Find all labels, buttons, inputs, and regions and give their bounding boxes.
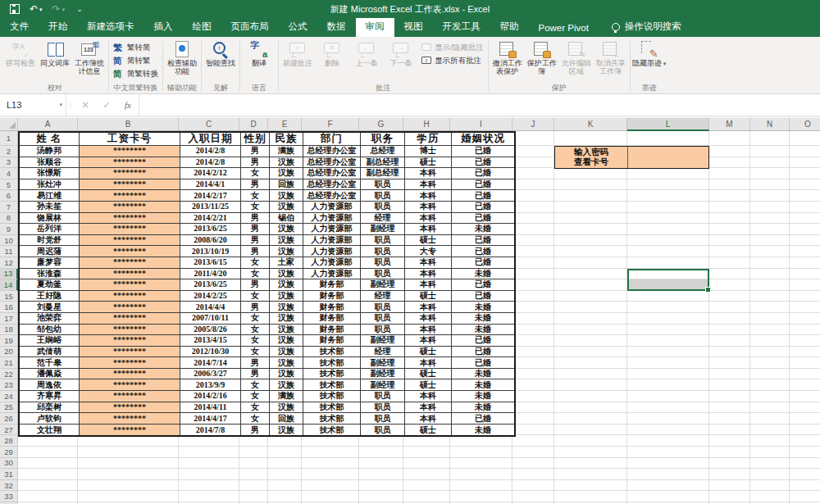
table-cell[interactable]: 2012/10/30 — [180, 347, 241, 358]
table-cell[interactable]: 廉梦容 — [20, 257, 80, 269]
fill-handle[interactable] — [705, 287, 711, 293]
table-cell[interactable]: ******** — [80, 335, 180, 347]
grid-cell[interactable] — [403, 447, 450, 458]
formula-input[interactable] — [139, 94, 820, 116]
table-header-cell[interactable]: 婚姻状况 — [452, 133, 514, 146]
table-cell[interactable]: 汉族 — [270, 379, 303, 391]
table-cell[interactable]: 汉族 — [270, 335, 303, 347]
grid-cell[interactable] — [627, 179, 709, 191]
grid-cell[interactable] — [750, 391, 790, 402]
table-cell[interactable]: 未婚 — [452, 269, 514, 280]
grid-cell[interactable] — [359, 480, 403, 492]
table-cell[interactable]: 副经理 — [361, 335, 405, 347]
column-header-C[interactable]: C — [179, 118, 239, 131]
row-header-14[interactable]: 14 — [0, 279, 18, 291]
grid-cell[interactable] — [512, 391, 554, 402]
grid-cell[interactable] — [302, 469, 359, 480]
grid-cell[interactable] — [554, 168, 627, 179]
table-cell[interactable]: 财务部 — [303, 313, 361, 325]
table-cell[interactable]: 2014/7/14 — [180, 357, 241, 369]
table-cell[interactable]: 硕士 — [405, 425, 452, 436]
grid-cell[interactable] — [790, 157, 820, 169]
grid-cell[interactable] — [627, 379, 709, 391]
table-cell[interactable]: 本科 — [405, 257, 452, 269]
grid-cell[interactable] — [512, 480, 554, 492]
grid-cell[interactable] — [627, 458, 709, 470]
table-cell[interactable]: ******** — [80, 402, 180, 414]
table-cell[interactable]: 职员 — [361, 325, 405, 336]
tab-insert[interactable]: 插入 — [144, 17, 183, 37]
grid-cell[interactable] — [554, 435, 627, 447]
grid-cell[interactable] — [554, 425, 627, 436]
grid-cell[interactable] — [709, 447, 750, 458]
row-header-29[interactable]: 29 — [0, 447, 18, 458]
grid-cell[interactable] — [750, 402, 790, 414]
grid-cell[interactable] — [268, 480, 302, 492]
table-cell[interactable]: 副经理 — [361, 379, 405, 391]
table-cell[interactable]: 技术部 — [303, 369, 361, 380]
grid-cell[interactable] — [512, 447, 554, 458]
grid-cell[interactable] — [627, 357, 709, 369]
table-cell[interactable]: 2014/2/21 — [180, 213, 241, 225]
table-cell[interactable]: 2006/3/27 — [180, 369, 241, 380]
grid-cell[interactable] — [627, 413, 709, 425]
table-cell[interactable]: ******** — [80, 157, 180, 169]
row-header-24[interactable]: 24 — [0, 391, 18, 402]
grid-cell[interactable] — [627, 469, 709, 480]
table-cell[interactable]: 女 — [241, 190, 270, 202]
table-cell[interactable]: 职员 — [361, 425, 405, 436]
table-cell[interactable]: 副经理 — [361, 369, 405, 380]
row-header-13[interactable]: 13 — [0, 269, 18, 280]
grid-cell[interactable] — [359, 491, 403, 502]
grid-cell[interactable] — [403, 435, 450, 447]
grid-cell[interactable] — [512, 379, 554, 391]
table-cell[interactable]: 2008/6/20 — [180, 235, 241, 247]
grid-cell[interactable] — [709, 202, 750, 213]
table-cell[interactable]: 满族 — [270, 146, 303, 157]
grid-cell[interactable] — [302, 491, 359, 502]
grid-cell[interactable] — [554, 379, 627, 391]
table-cell[interactable]: 2011/4/20 — [180, 269, 241, 280]
table-cell[interactable]: 总经理办公室 — [303, 179, 361, 191]
grid-cell[interactable] — [554, 402, 627, 414]
show-all-comments-button[interactable]: 显示所有批注 — [418, 54, 486, 67]
grid-cell[interactable] — [78, 458, 179, 470]
table-cell[interactable]: 女 — [241, 325, 270, 336]
column-header-I[interactable]: I — [450, 118, 512, 131]
simp-to-trad-button[interactable]: 简转繁 — [111, 54, 161, 67]
grid-cell[interactable] — [750, 347, 790, 358]
grid-cell[interactable] — [750, 235, 790, 247]
grid-cell[interactable] — [790, 379, 820, 391]
grid-cell[interactable] — [554, 313, 627, 325]
grid-cell[interactable] — [554, 325, 627, 336]
grid-cell[interactable] — [709, 469, 750, 480]
table-cell[interactable]: 总经理办公室 — [303, 168, 361, 179]
table-cell[interactable]: 财务部 — [303, 335, 361, 347]
grid-cell[interactable] — [627, 313, 709, 325]
grid-cell[interactable] — [790, 190, 820, 202]
table-cell[interactable]: 副总经理 — [361, 157, 405, 169]
table-cell[interactable]: 已婚 — [452, 179, 514, 191]
grid-cell[interactable] — [627, 325, 709, 336]
grid-cell[interactable] — [512, 335, 554, 347]
table-cell[interactable]: 汤静邦 — [20, 146, 80, 157]
name-box[interactable]: L13 ▾ — [0, 94, 66, 116]
unprotect-sheet-button[interactable]: 撤消工作表保护 — [490, 39, 525, 75]
grid-cell[interactable] — [627, 425, 709, 436]
grid-cell[interactable] — [790, 357, 820, 369]
grid-cell[interactable] — [18, 469, 78, 480]
table-cell[interactable]: 职员 — [361, 391, 405, 402]
table-cell[interactable]: 本科 — [405, 224, 452, 235]
table-cell[interactable]: 女 — [241, 269, 270, 280]
grid-cell[interactable] — [750, 480, 790, 492]
table-cell[interactable]: 本科 — [405, 269, 452, 280]
select-all-corner[interactable] — [0, 118, 18, 131]
simp-trad-convert-button[interactable]: 简繁转换 — [111, 67, 161, 80]
grid-cell[interactable] — [627, 369, 709, 380]
table-cell[interactable]: 总经理办公室 — [303, 146, 361, 157]
grid-cell[interactable] — [750, 458, 790, 470]
grid-cell[interactable] — [268, 491, 302, 502]
table-cell[interactable]: 职员 — [361, 246, 405, 257]
table-cell[interactable]: 已婚 — [452, 146, 514, 157]
grid-cell[interactable] — [627, 491, 709, 502]
